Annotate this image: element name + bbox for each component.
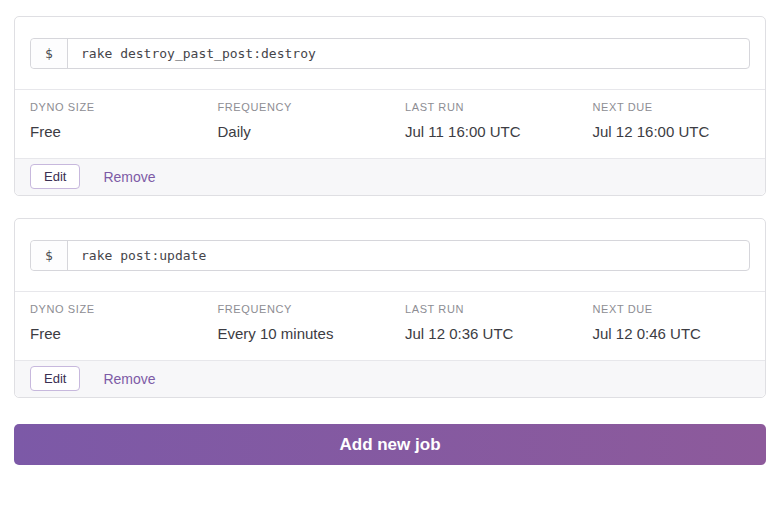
command-row: $ bbox=[15, 219, 765, 291]
next-due-column: NEXT DUE Jul 12 0:46 UTC bbox=[578, 303, 766, 342]
frequency-label: FREQUENCY bbox=[218, 303, 391, 315]
command-input-group: $ bbox=[30, 38, 750, 69]
dyno-size-value: Free bbox=[30, 325, 203, 342]
scheduler-page: $ DYNO SIZE Free FREQUENCY Daily LAST RU… bbox=[0, 0, 782, 465]
last-run-column: LAST RUN Jul 11 16:00 UTC bbox=[390, 101, 578, 140]
frequency-column: FREQUENCY Daily bbox=[203, 101, 391, 140]
last-run-value: Jul 11 16:00 UTC bbox=[405, 123, 578, 140]
job-details-row: DYNO SIZE Free FREQUENCY Every 10 minute… bbox=[15, 291, 765, 360]
frequency-value: Every 10 minutes bbox=[218, 325, 391, 342]
last-run-value: Jul 12 0:36 UTC bbox=[405, 325, 578, 342]
edit-button[interactable]: Edit bbox=[30, 164, 80, 189]
job-card: $ DYNO SIZE Free FREQUENCY Daily LAST RU… bbox=[14, 16, 766, 196]
last-run-column: LAST RUN Jul 12 0:36 UTC bbox=[390, 303, 578, 342]
command-input[interactable] bbox=[68, 241, 749, 270]
next-due-label: NEXT DUE bbox=[593, 101, 766, 113]
remove-link[interactable]: Remove bbox=[103, 371, 155, 387]
dyno-size-label: DYNO SIZE bbox=[30, 101, 203, 113]
next-due-column: NEXT DUE Jul 12 16:00 UTC bbox=[578, 101, 766, 140]
next-due-label: NEXT DUE bbox=[593, 303, 766, 315]
remove-link[interactable]: Remove bbox=[103, 169, 155, 185]
command-input[interactable] bbox=[68, 39, 749, 68]
command-row: $ bbox=[15, 17, 765, 89]
next-due-value: Jul 12 0:46 UTC bbox=[593, 325, 766, 342]
frequency-label: FREQUENCY bbox=[218, 101, 391, 113]
shell-prompt-icon: $ bbox=[31, 39, 68, 68]
next-due-value: Jul 12 16:00 UTC bbox=[593, 123, 766, 140]
job-details-row: DYNO SIZE Free FREQUENCY Daily LAST RUN … bbox=[15, 89, 765, 158]
last-run-label: LAST RUN bbox=[405, 101, 578, 113]
add-new-job-button[interactable]: Add new job bbox=[14, 424, 766, 465]
last-run-label: LAST RUN bbox=[405, 303, 578, 315]
dyno-size-column: DYNO SIZE Free bbox=[15, 303, 203, 342]
edit-button[interactable]: Edit bbox=[30, 366, 80, 391]
dyno-size-label: DYNO SIZE bbox=[30, 303, 203, 315]
command-input-group: $ bbox=[30, 240, 750, 271]
dyno-size-column: DYNO SIZE Free bbox=[15, 101, 203, 140]
job-card: $ DYNO SIZE Free FREQUENCY Every 10 minu… bbox=[14, 218, 766, 398]
shell-prompt-icon: $ bbox=[31, 241, 68, 270]
job-card-footer: Edit Remove bbox=[15, 158, 765, 195]
dyno-size-value: Free bbox=[30, 123, 203, 140]
job-card-footer: Edit Remove bbox=[15, 360, 765, 397]
frequency-column: FREQUENCY Every 10 minutes bbox=[203, 303, 391, 342]
frequency-value: Daily bbox=[218, 123, 391, 140]
